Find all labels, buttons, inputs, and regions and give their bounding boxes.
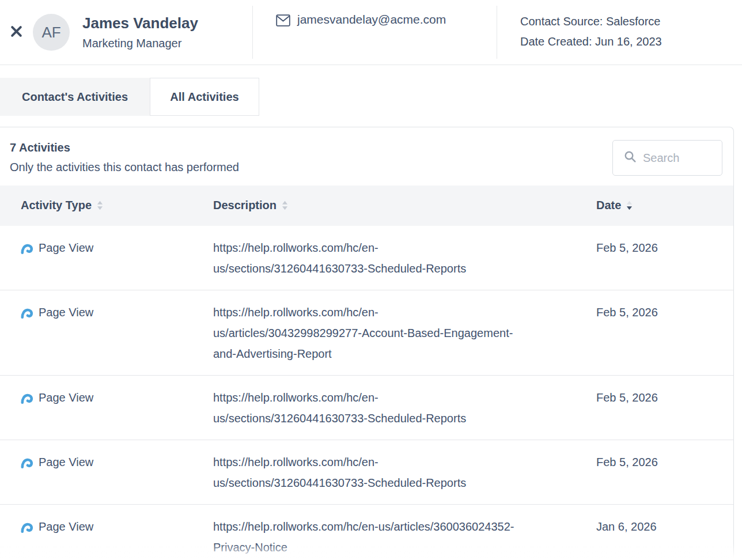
name-block: James Vandelay Marketing Manager (82, 14, 198, 50)
description-cell: https://help.rollworks.com/hc/en-us/sect… (213, 452, 524, 493)
activity-type-label: Page View (39, 302, 93, 323)
date-cell: Feb 5, 2026 (596, 387, 733, 429)
tab-label: All Activities (170, 90, 238, 104)
contact-source: Contact Source: Salesforce (520, 12, 662, 32)
tab-all-activities[interactable]: All Activities (150, 78, 259, 116)
page-view-icon (21, 307, 33, 319)
date-cell: Feb 5, 2026 (596, 237, 733, 279)
table-row: Page Viewhttps://help.rollworks.com/hc/e… (0, 505, 733, 560)
page-view-icon (21, 521, 33, 533)
description-cell: https://help.rollworks.com/hc/en-us/sect… (213, 387, 524, 429)
contact-identity: AF James Vandelay Marketing Manager (0, 0, 252, 65)
activity-type-cell: Page View (21, 516, 213, 558)
close-icon (9, 24, 24, 41)
sort-icon (626, 200, 633, 210)
table-row: Page Viewhttps://help.rollworks.com/hc/e… (0, 226, 733, 290)
column-label: Date (596, 199, 621, 212)
activities-table-body: Page Viewhttps://help.rollworks.com/hc/e… (0, 226, 733, 560)
date-cell: Feb 5, 2026 (596, 452, 733, 493)
contact-email-section: jamesvandelay@acme.com (253, 0, 497, 65)
description-cell: https://help.rollworks.com/hc/en-us/sect… (213, 237, 524, 279)
page-view-icon (21, 392, 33, 404)
table-row: Page Viewhttps://help.rollworks.com/hc/e… (0, 290, 733, 376)
activities-panel-header: 7 Activities Only the activities this co… (0, 127, 733, 186)
activity-type-label: Page View (39, 452, 93, 472)
activity-type-label: Page View (39, 237, 93, 258)
contact-meta: Contact Source: Salesforce Date Created:… (497, 0, 662, 65)
date-created: Date Created: Jun 16, 2023 (520, 32, 662, 52)
avatar: AF (33, 14, 70, 51)
envelope-icon (276, 14, 290, 29)
close-button[interactable] (8, 24, 24, 40)
search-input[interactable] (643, 152, 715, 165)
contact-job-title: Marketing Manager (82, 37, 198, 50)
column-header-date[interactable]: Date (596, 199, 733, 212)
activity-type-cell: Page View (21, 452, 213, 493)
page-view-icon (21, 242, 33, 255)
column-header-activity-type[interactable]: Activity Type (21, 199, 213, 212)
contact-name: James Vandelay (82, 14, 198, 32)
table-row: Page Viewhttps://help.rollworks.com/hc/e… (0, 440, 733, 505)
avatar-initials: AF (41, 24, 60, 41)
contact-header: AF James Vandelay Marketing Manager jame… (0, 0, 742, 65)
column-header-description[interactable]: Description (213, 199, 596, 212)
activity-type-label: Page View (39, 516, 93, 537)
activity-type-cell: Page View (21, 387, 213, 429)
column-label: Description (213, 199, 277, 212)
date-cell: Jan 6, 2026 (596, 516, 733, 558)
activities-table-header: Activity TypeDescriptionDate (0, 186, 733, 226)
description-cell: https://help.rollworks.com/hc/en-us/arti… (213, 302, 524, 364)
search-icon (624, 150, 637, 165)
date-cell: Feb 5, 2026 (596, 302, 733, 364)
sort-icon (97, 200, 103, 210)
tab-label: Contact's Activities (22, 90, 128, 104)
activity-type-label: Page View (39, 387, 93, 408)
search-box[interactable] (612, 140, 722, 176)
sort-icon (282, 200, 288, 210)
tab-contact-s-activities[interactable]: Contact's Activities (0, 78, 150, 116)
table-row: Page Viewhttps://help.rollworks.com/hc/e… (0, 376, 733, 440)
activity-type-cell: Page View (21, 237, 213, 279)
contact-email: jamesvandelay@acme.com (297, 13, 446, 27)
activities-panel: 7 Activities Only the activities this co… (0, 127, 734, 560)
activities-tabs: Contact's ActivitiesAll Activities (0, 78, 742, 116)
activity-type-cell: Page View (21, 302, 213, 364)
description-cell: https://help.rollworks.com/hc/en-us/arti… (213, 516, 524, 558)
column-label: Activity Type (21, 199, 92, 212)
page-view-icon (21, 456, 33, 469)
